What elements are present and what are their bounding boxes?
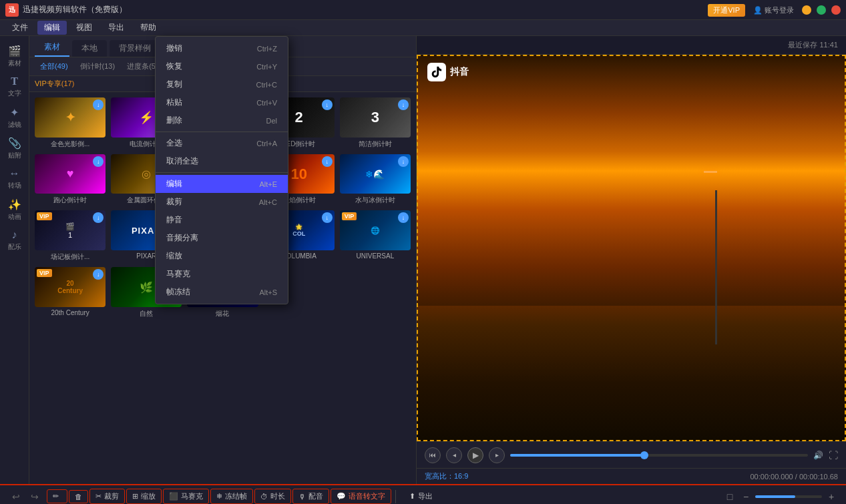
download-btn-water[interactable]: ↓	[398, 156, 409, 167]
menu-item-export[interactable]: 导出	[101, 21, 131, 35]
tab-material[interactable]: 素材	[35, 39, 69, 57]
menu-item-file[interactable]: 文件	[5, 21, 35, 35]
media-item-water[interactable]: ↓ ❄🌊 水与冰倒计时	[340, 154, 411, 206]
zoom-minus-button[interactable]: −	[739, 490, 753, 503]
menu-paste[interactable]: 粘贴 Ctrl+V	[156, 93, 288, 111]
media-thumb-clap: VIP ↓ 🎬1	[35, 210, 105, 250]
filter-icon: ✦	[10, 106, 19, 119]
menu-select-all[interactable]: 全选 Ctrl+A	[156, 134, 288, 152]
media-item-heart[interactable]: ↓ ♥ 跑心倒计时	[35, 154, 105, 206]
account-button[interactable]: 👤 账号登录	[753, 5, 794, 15]
title-bar-controls: 开通VIP 👤 账号登录 − □ ×	[708, 0, 841, 20]
menu-item-view[interactable]: 视图	[69, 21, 99, 35]
edit-icon: ✏	[53, 492, 59, 501]
menu-undo[interactable]: 撤销 Ctrl+Z	[156, 39, 288, 57]
sidebar-item-animation[interactable]: ✨ 动画	[1, 195, 28, 224]
media-item-clap[interactable]: VIP ↓ 🎬1 场记板倒计...	[35, 210, 105, 262]
download-btn-universal[interactable]: ↓	[398, 212, 409, 223]
menu-item-help[interactable]: 帮助	[134, 21, 163, 35]
edit-menu-label: 编辑	[166, 178, 182, 190]
step-back-button[interactable]: ◂	[446, 447, 462, 463]
tab-local[interactable]: 本地	[72, 40, 107, 57]
text-icon: T	[11, 75, 18, 87]
menu-mute[interactable]: 静音	[156, 211, 288, 229]
delete-button[interactable]: 🗑	[69, 490, 88, 503]
minimize-button[interactable]: −	[802, 5, 811, 15]
download-btn-columbia[interactable]: ↓	[322, 212, 333, 223]
maximize-button[interactable]: □	[817, 5, 826, 15]
tiktok-watermark: 抖音	[427, 63, 469, 81]
undo-redo-group: ↩ ↪	[8, 489, 43, 505]
download-btn-heart[interactable]: ↓	[93, 156, 103, 167]
speech-icon: 💬	[337, 492, 346, 501]
sidebar-item-filter[interactable]: ✦ 滤镜	[1, 103, 28, 132]
download-btn-fire[interactable]: ↓	[322, 156, 333, 167]
zoom-slider[interactable]	[755, 495, 822, 498]
freeze-button[interactable]: ❄ 冻结帧	[210, 489, 253, 504]
download-btn-simple[interactable]: ↓	[398, 99, 409, 110]
media-item-simple[interactable]: ↓ 3 简洁倒计时	[340, 97, 411, 149]
redo-label: 恢复	[166, 61, 182, 72]
zoom-out-button[interactable]: □	[723, 490, 736, 503]
sidebar-item-music[interactable]: ♪ 配乐	[1, 226, 28, 255]
sidebar-item-transition[interactable]: ↔ 转场	[1, 164, 28, 194]
filter-countdown[interactable]: 倒计时(13)	[75, 60, 121, 73]
menu-divider-2	[156, 172, 288, 173]
undo-button[interactable]: ↩	[8, 489, 24, 505]
menu-scale[interactable]: 缩放	[156, 247, 288, 265]
material-icon: 🎬	[8, 45, 21, 57]
skip-back-button[interactable]: ⏮	[425, 447, 441, 463]
progress-bar[interactable]	[510, 454, 808, 457]
media-item-20th[interactable]: VIP ↓ 20Century 20th Century	[35, 267, 105, 318]
progress-dot[interactable]	[640, 451, 648, 459]
download-btn-20th[interactable]: ↓	[93, 269, 103, 280]
sidebar-item-material[interactable]: 🎬 素材	[1, 41, 28, 71]
copy-shortcut: Ctrl+C	[256, 81, 277, 89]
menu-mosaic-dd[interactable]: 马赛克	[156, 265, 288, 283]
volume-icon[interactable]: 🔊	[813, 451, 823, 460]
menu-freeze[interactable]: 帧冻结 Alt+S	[156, 283, 288, 301]
mosaic-button[interactable]: ⬛ 马赛克	[163, 489, 209, 504]
menu-copy[interactable]: 复制 Ctrl+C	[156, 75, 288, 93]
zoom-fill	[755, 495, 795, 498]
tab-bg-example[interactable]: 背景样例	[110, 40, 160, 57]
play-button[interactable]: ▶	[467, 447, 483, 463]
speech-button[interactable]: 💬 语音转文字	[331, 489, 391, 504]
menu-deselect[interactable]: 取消全选	[156, 152, 288, 170]
audio-sep-label: 音频分离	[166, 232, 198, 244]
menu-redo[interactable]: 恢复 Ctrl+Y	[156, 57, 288, 75]
edit-button[interactable]: ✏	[47, 489, 67, 503]
download-btn-led[interactable]: ↓	[322, 99, 333, 110]
crop-button[interactable]: ✂ 裁剪	[89, 489, 125, 504]
app-logo: 迅	[5, 3, 19, 17]
sidebar-item-sticker[interactable]: 📎 贴附	[1, 134, 28, 163]
zoom-plus-button[interactable]: +	[825, 490, 838, 503]
media-item-gold[interactable]: ↓ ✦ 金色光影倒...	[35, 97, 105, 149]
vip-badge-clap: VIP	[37, 212, 52, 220]
menu-edit[interactable]: 编辑 Alt+E	[156, 175, 288, 193]
freeze-shortcut: Alt+S	[259, 288, 277, 296]
filter-label: 滤镜	[8, 120, 21, 130]
menu-audio-sep[interactable]: 音频分离	[156, 229, 288, 247]
trim-label: 裁剪	[166, 196, 182, 208]
filter-all[interactable]: 全部(49)	[35, 60, 73, 73]
close-button[interactable]: ×	[831, 5, 841, 15]
download-btn-gold[interactable]: ↓	[93, 99, 103, 110]
download-btn-clap[interactable]: ↓	[93, 212, 103, 223]
fullscreen-icon[interactable]: ⛶	[829, 450, 838, 461]
step-forward-button[interactable]: ▸	[489, 447, 505, 463]
menu-trim[interactable]: 裁剪 Alt+C	[156, 193, 288, 211]
sidebar-item-text[interactable]: T 文字	[1, 72, 28, 101]
delete-shortcut: Del	[266, 117, 277, 125]
transition-icon: ↔	[9, 168, 20, 180]
export-button[interactable]: ⬆ 导出	[403, 489, 439, 503]
audio-button[interactable]: 🎙 配音	[292, 489, 329, 504]
vip-button[interactable]: 开通VIP	[708, 4, 745, 17]
menu-delete[interactable]: 删除 Del	[156, 111, 288, 130]
duration-button[interactable]: ⏱ 时长	[254, 489, 291, 504]
zoom-button[interactable]: ⊞ 缩放	[126, 489, 162, 504]
redo-button[interactable]: ↪	[27, 489, 43, 505]
media-item-universal[interactable]: VIP ↓ 🌐 UNIVERSAL	[340, 210, 411, 262]
dropdown-menu: 撤销 Ctrl+Z 恢复 Ctrl+Y 复制 Ctrl+C 粘贴 Ctrl+V …	[155, 36, 288, 304]
menu-item-edit[interactable]: 编辑	[37, 21, 67, 35]
